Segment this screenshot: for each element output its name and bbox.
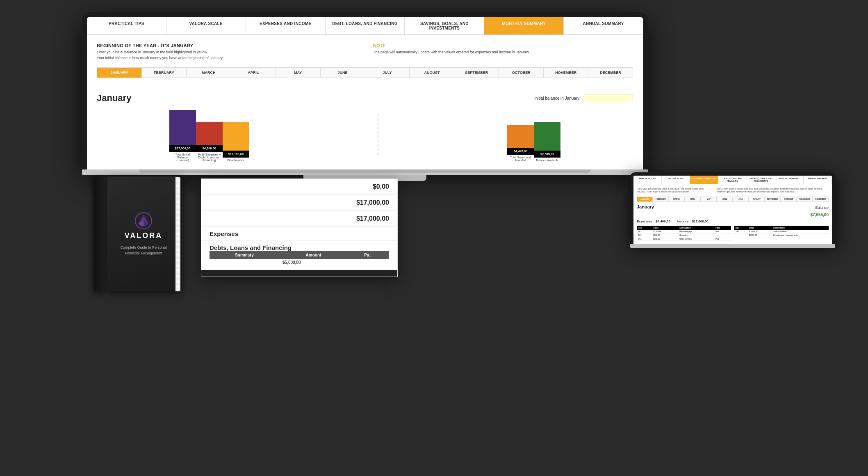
mini-tables-row: Day Value Description Paid 24/1 bbox=[637, 226, 829, 241]
mini-income-block: Income $17,000,00 bbox=[677, 220, 709, 223]
mini-inc-col-desc: Description bbox=[772, 226, 829, 230]
laptop-screen-wrapper: PRACTICAL TIPS VALORA SCALE EXPENSES AND… bbox=[82, 12, 648, 169]
mini-month-nov[interactable]: NOVEMBER bbox=[797, 197, 813, 202]
nav-tab-monthly[interactable]: MONTHLY SUMMARY bbox=[484, 17, 564, 34]
nav-tab-debt[interactable]: DEBT, LOANS, AND FINANCING bbox=[326, 17, 405, 34]
bar-yellow bbox=[223, 122, 249, 151]
fp-row-1: $0,00 bbox=[201, 179, 397, 195]
mini-month-may[interactable]: MAY bbox=[701, 197, 717, 202]
nav-tab-practical-tips[interactable]: PRACTICAL TIPS bbox=[87, 17, 166, 34]
mini-expenses-table: Day Value Description Paid 24/1 bbox=[637, 226, 731, 241]
fp-debts-section: Debts, Loans and Financing Summary Amoun… bbox=[201, 241, 397, 270]
mini-exp-row-1: 24/1 $1,500,00 Rent/mortgage Paid bbox=[637, 230, 731, 233]
month-tab-jul[interactable]: JULY bbox=[365, 68, 410, 78]
month-tab-nov[interactable]: NOVEMBER bbox=[544, 68, 588, 78]
month-tab-sep[interactable]: SEPTEMBER bbox=[454, 68, 499, 78]
mini-month-mar[interactable]: MARCH bbox=[669, 197, 685, 202]
mini-exp-paid-1: Paid bbox=[714, 230, 731, 233]
bar-saved: $4,445,00 Total Saved andInvested bbox=[507, 125, 534, 163]
mini-month-apr[interactable]: APRIL bbox=[685, 197, 701, 202]
mini-inc-row-2: $5,000,00 Extra income / freelance work bbox=[734, 233, 829, 237]
content-area: BEGINNING OF THE YEAR - IT'S JANUARY Ent… bbox=[87, 35, 643, 86]
note-title: NOTE bbox=[373, 43, 633, 48]
mini-nav-monthly[interactable]: MONTHLY SUMMARY bbox=[775, 176, 804, 184]
nav-tab-valora-scale[interactable]: VALORA SCALE bbox=[166, 17, 246, 34]
month-tab-jan[interactable]: JANUARY bbox=[97, 68, 142, 78]
month-tab-mar[interactable]: MARCH bbox=[187, 68, 231, 78]
fp-expenses-title: Expenses bbox=[210, 230, 389, 237]
nav-tab-savings[interactable]: SAVINGS, GOALS, AND INVESTMENTS bbox=[405, 17, 484, 34]
beginning-line1: Enter your initial balance in January in… bbox=[97, 50, 357, 55]
initial-balance-input[interactable] bbox=[584, 94, 633, 102]
bar-purple bbox=[169, 110, 196, 145]
mini-month-jan[interactable]: JANUARY bbox=[637, 197, 653, 202]
mini-nav-practical[interactable]: PRACTICAL TIPS bbox=[633, 176, 662, 184]
chart-separator bbox=[378, 114, 378, 155]
mini-nav-savings[interactable]: SAVINGS, GOALS, AND INVESTMENTS bbox=[747, 176, 775, 184]
bar-label-total: $17,000,00 bbox=[169, 145, 196, 152]
mini-nav-valora[interactable]: VALORA SCALE bbox=[662, 176, 690, 184]
month-tab-oct[interactable]: OCTOBER bbox=[499, 68, 544, 78]
mini-month-jun[interactable]: JUNE bbox=[717, 197, 733, 202]
mini-nav-annual[interactable]: ANNUAL SUMMARY bbox=[804, 176, 832, 184]
bar-desc-expenses: Total (Expenses +Debts, Loans andFinanci… bbox=[196, 152, 223, 163]
side-note: NOTE The page will automatically update … bbox=[373, 43, 633, 61]
fp-col-pa: Pa... bbox=[348, 251, 389, 259]
mini-inc-col-day: Day bbox=[734, 226, 747, 230]
month-tab-dec[interactable]: DECEMBER bbox=[588, 68, 633, 78]
mini-exp-desc-3: Utility Services bbox=[678, 237, 714, 241]
fp-expenses-section: Expenses bbox=[201, 227, 397, 241]
nav-tab-expenses[interactable]: EXPENSES AND INCOME bbox=[246, 17, 326, 34]
mini-month-sep[interactable]: SEPTEMBER bbox=[765, 197, 781, 202]
bar-available: $7,655,00 Balance available bbox=[534, 122, 560, 163]
mini-month-oct[interactable]: OCTOBER bbox=[781, 197, 797, 202]
mini-nav: PRACTICAL TIPS VALORA SCALE EXPENSES AND… bbox=[633, 176, 832, 184]
beginning-title: BEGINNING OF THE YEAR - IT'S JANUARY bbox=[97, 43, 357, 48]
month-tab-may[interactable]: MAY bbox=[276, 68, 321, 78]
mini-month-dec[interactable]: DECEMBER bbox=[813, 197, 829, 202]
nav-bar: PRACTICAL TIPS VALORA SCALE EXPENSES AND… bbox=[87, 17, 643, 35]
month-tab-jun[interactable]: JUNE bbox=[321, 68, 365, 78]
mini-nav-expenses[interactable]: EXPENSES AND INCOME bbox=[690, 176, 718, 184]
bar-orange2 bbox=[507, 125, 534, 148]
january-header: January Initial balance in January: bbox=[97, 93, 633, 103]
fp-value-1: $0,00 bbox=[373, 183, 389, 190]
month-tabs: JANUARY FEBRUARY MARCH APRIL MAY JUNE JU… bbox=[97, 67, 633, 78]
bar-label-saved: $4,445,00 bbox=[507, 148, 534, 155]
mini-inc-val-1: $12,000,00 bbox=[747, 230, 772, 233]
device-right-base bbox=[630, 244, 835, 248]
mini-col-desc: Description bbox=[678, 226, 714, 230]
device-right: PRACTICAL TIPS VALORA SCALE EXPENSES AND… bbox=[630, 172, 835, 248]
month-tab-aug[interactable]: AUGUST bbox=[410, 68, 454, 78]
mini-exp-paid-2 bbox=[714, 233, 731, 237]
bar-expenses: $4,900,00 Total (Expenses +Debts, Loans … bbox=[196, 122, 223, 163]
month-tab-apr[interactable]: APRIL bbox=[231, 68, 276, 78]
mini-note-left: Put all your daily expenses under "EXPEN… bbox=[637, 188, 710, 193]
fp-table-row: $5,600,00 bbox=[210, 259, 389, 266]
fp-sub-table: Summary Amount Pa... $5,600,00 bbox=[210, 251, 389, 266]
mini-exp-val-2: $900,00 bbox=[652, 233, 678, 237]
mini-month-tabs: JANUARY FEBRUARY MARCH APRIL MAY JUNE JU… bbox=[637, 197, 829, 202]
dark-bar bbox=[201, 270, 397, 277]
book-logo: VALORA bbox=[125, 212, 163, 240]
bar-label-final: $12,100,00 bbox=[223, 151, 249, 158]
nav-tab-annual[interactable]: ANNUAL SUMMARY bbox=[564, 17, 643, 34]
mini-month-aug[interactable]: AUGUST bbox=[749, 197, 765, 202]
mini-month-jul[interactable]: JULY bbox=[733, 197, 749, 202]
fp-row-2: $17,000,00 bbox=[201, 195, 397, 211]
mini-balance-value: $7,655,00 bbox=[811, 213, 829, 217]
book-subtitle: Complete Guide to Personal Financial Man… bbox=[115, 245, 172, 256]
mini-income-table: Day Value Description 24/1 $12,000,00 bbox=[734, 226, 829, 237]
book-logo-text: VALORA bbox=[125, 231, 163, 240]
mini-month-feb[interactable]: FEBRUARY bbox=[653, 197, 669, 202]
mini-nav-debt[interactable]: DEBT, LOANS, AND FINANCING bbox=[718, 176, 747, 184]
mini-exp-val-3: $300,00 bbox=[652, 237, 678, 241]
bar-desc-available: Balance available bbox=[534, 158, 560, 163]
bar-green bbox=[534, 122, 560, 151]
fp-value-2: $17,000,00 bbox=[356, 199, 389, 206]
month-tab-feb[interactable]: FEBRUARY bbox=[142, 68, 187, 78]
mini-january-title: January bbox=[637, 204, 654, 209]
january-content: January Initial balance in January: $ bbox=[87, 86, 643, 169]
fp-col-summary: Summary bbox=[210, 251, 279, 259]
fp-col-amount: Amount bbox=[279, 251, 348, 259]
